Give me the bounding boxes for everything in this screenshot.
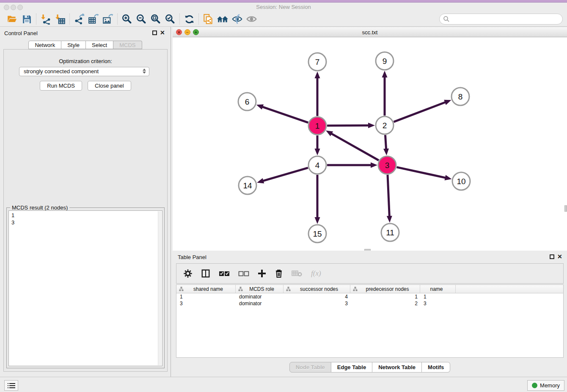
window-title: Session: New Session <box>0 4 567 10</box>
node-label-9: 9 <box>383 57 387 66</box>
arrowhead-3-10 <box>445 175 452 180</box>
main-toolbar <box>0 12 567 27</box>
settings-gear-icon[interactable] <box>183 269 193 278</box>
network-titlebar[interactable]: ✕ − + scc.txt <box>173 27 567 37</box>
right-splitter-handle[interactable] <box>564 205 567 212</box>
column-header-name[interactable]: name <box>420 285 456 293</box>
select-all-checkboxes-icon[interactable] <box>219 270 230 277</box>
edge-2-3[interactable] <box>385 135 386 150</box>
node-label-8: 8 <box>458 92 463 101</box>
tab-mcds[interactable]: MCDS <box>113 41 142 49</box>
network-title: scc.txt <box>173 29 567 36</box>
edge-4-14[interactable] <box>262 168 308 181</box>
node-label-3: 3 <box>385 161 390 170</box>
arrowhead-1-6 <box>256 105 264 110</box>
table-cell[interactable]: 1 <box>420 293 456 300</box>
tab-node-table[interactable]: Node Table <box>289 362 331 373</box>
mcds-result-lines: 13 <box>11 212 162 226</box>
import-table-icon[interactable] <box>53 13 67 25</box>
zoom-out-icon[interactable] <box>134 13 149 25</box>
result-scrollbar[interactable] <box>158 211 162 365</box>
tab-edge-table[interactable]: Edge Table <box>331 362 372 373</box>
node-label-10: 10 <box>457 177 465 186</box>
column-header-predecessor-nodes[interactable]: predecessor nodes <box>350 285 420 293</box>
close-panel-icon[interactable]: ✕ <box>160 29 165 36</box>
node-label-1: 1 <box>315 121 320 130</box>
optimization-label: Optimization criterion: <box>4 58 167 64</box>
edge-1-2[interactable] <box>327 125 369 126</box>
memory-label: Memory <box>540 382 560 389</box>
node-table: shared nameMCDS rolesuccessor nodesprede… <box>176 284 564 358</box>
home-neighbors-icon[interactable] <box>215 13 230 25</box>
task-history-button[interactable] <box>4 380 18 391</box>
column-header-MCDS-role[interactable]: MCDS role <box>236 285 284 293</box>
table-cell[interactable]: 4 <box>284 293 350 300</box>
control-panel-title: Control Panel <box>4 30 38 36</box>
table-cell[interactable]: 2 <box>350 300 420 307</box>
node-label-7: 7 <box>315 58 320 66</box>
delete-column-trash-icon[interactable] <box>275 269 283 278</box>
optimization-select[interactable]: strongly connected component <box>19 67 149 76</box>
run-mcds-button[interactable]: Run MCDS <box>40 81 82 91</box>
zoom-fit-icon[interactable] <box>149 13 163 25</box>
edge-1-6[interactable] <box>261 107 308 123</box>
table-cell[interactable]: 1 <box>176 293 236 300</box>
table-panel-title: Table Panel <box>178 254 206 260</box>
table-cell[interactable]: 3 <box>284 300 350 307</box>
result-line: 1 <box>11 212 162 219</box>
network-canvas[interactable]: 7968124314101511 <box>173 37 567 251</box>
table-cell[interactable]: 1 <box>350 293 420 300</box>
zoom-in-icon[interactable] <box>120 13 134 25</box>
tab-style[interactable]: Style <box>61 41 86 49</box>
float-panel-icon[interactable] <box>152 30 157 35</box>
open-folder-icon[interactable] <box>5 13 19 25</box>
close-table-panel-icon[interactable]: ✕ <box>557 253 562 260</box>
column-view-icon[interactable] <box>201 269 210 278</box>
search-input[interactable] <box>439 14 563 25</box>
table-row[interactable]: 3dominator323 <box>176 300 563 307</box>
memory-button[interactable]: Memory <box>527 380 564 391</box>
import-network-icon[interactable] <box>39 13 53 25</box>
tab-network-table[interactable]: Network Table <box>372 362 422 373</box>
column-header-successor-nodes[interactable]: successor nodes <box>284 285 350 293</box>
control-panel-tabs: NetworkStyleSelectMCDS <box>0 41 171 49</box>
table-cell[interactable]: 3 <box>420 300 456 307</box>
hide-selected-eye-icon[interactable] <box>230 13 244 25</box>
export-image-icon[interactable] <box>101 13 115 25</box>
edge-3-1[interactable] <box>330 133 379 160</box>
arrowhead-4-3 <box>371 163 377 168</box>
clone-network-icon[interactable] <box>201 13 215 25</box>
table-panel-header: Table Panel ✕ <box>173 251 567 262</box>
status-bar: Memory <box>0 377 567 392</box>
edge-2-8[interactable] <box>394 102 446 122</box>
table-cell[interactable]: dominator <box>236 300 284 307</box>
mcds-result-text[interactable]: 13 <box>8 210 162 366</box>
add-column-icon[interactable] <box>258 269 266 278</box>
table-header-row: shared nameMCDS rolesuccessor nodesprede… <box>176 285 563 293</box>
arrowhead-1-7 <box>315 72 320 78</box>
node-label-4: 4 <box>315 161 320 170</box>
network-view-window: ✕ − + scc.txt 7968124314101511 <box>173 27 567 251</box>
export-network-icon[interactable] <box>72 13 86 25</box>
close-panel-button[interactable]: Close panel <box>88 81 131 91</box>
tab-motifs[interactable]: Motifs <box>422 362 450 373</box>
arrowhead-4-15 <box>315 217 320 224</box>
table-tabs: Node TableEdge TableNetwork TableMotifs <box>173 362 567 373</box>
zoom-selected-icon[interactable] <box>163 13 177 25</box>
export-table-icon[interactable] <box>86 13 101 25</box>
float-table-panel-icon[interactable] <box>550 254 554 259</box>
tab-select[interactable]: Select <box>86 41 113 49</box>
column-header-shared-name[interactable]: shared name <box>176 285 236 293</box>
tab-network[interactable]: Network <box>28 41 61 49</box>
deselect-all-checkboxes-icon[interactable] <box>238 270 249 277</box>
table-cell[interactable]: 3 <box>176 300 236 307</box>
table-cell[interactable]: dominator <box>236 293 284 300</box>
edge-3-11[interactable] <box>388 175 389 217</box>
table-row[interactable]: 1dominator411 <box>176 293 563 300</box>
save-session-icon[interactable] <box>19 13 34 25</box>
node-label-11: 11 <box>386 228 394 237</box>
control-panel: Control Panel ✕ NetworkStyleSelectMCDS O… <box>0 27 171 377</box>
edge-3-10[interactable] <box>396 167 446 178</box>
refresh-icon[interactable] <box>182 13 196 25</box>
arrowhead-3-11 <box>387 216 392 223</box>
